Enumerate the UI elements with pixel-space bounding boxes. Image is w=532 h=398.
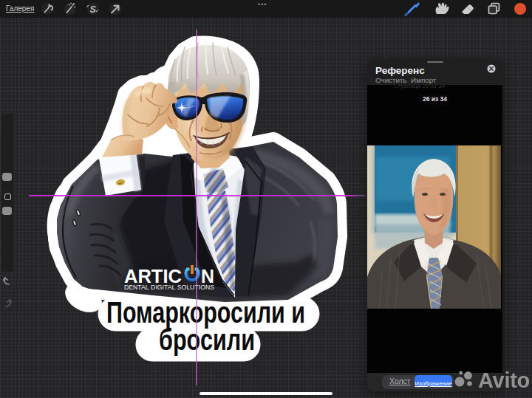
svg-text:DENTAL DIGITAL SOLUTIONS: DENTAL DIGITAL SOLUTIONS: [124, 284, 214, 291]
svg-text:Avito: Avito: [478, 368, 530, 392]
svg-text:бросили: бросили: [159, 323, 255, 357]
